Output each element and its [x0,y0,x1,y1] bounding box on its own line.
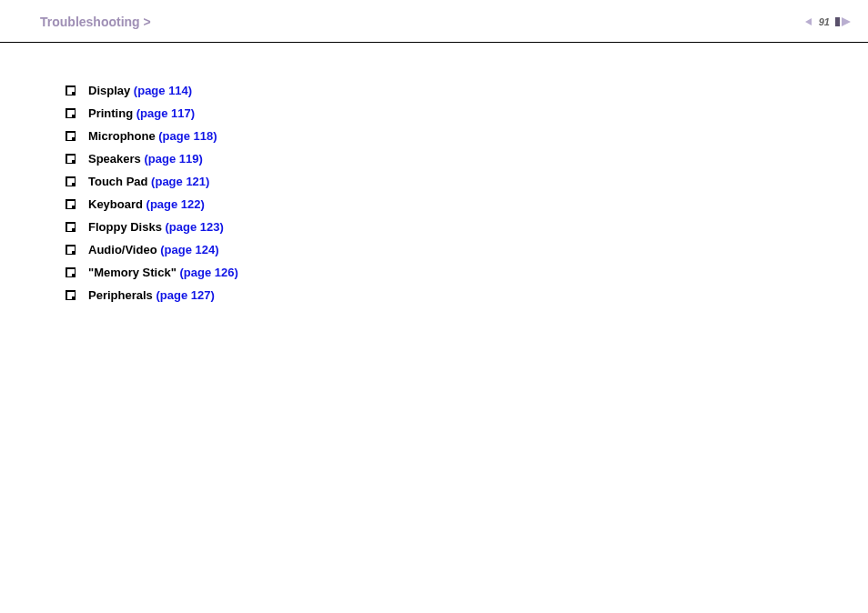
page-link[interactable]: (page 124) [160,243,218,256]
list-item: Display (page 114) [66,85,868,96]
bullet-icon [66,85,76,95]
item-label: Speakers [88,152,144,166]
bullet-icon [66,108,76,118]
list-item-text: Display (page 114) [88,85,192,96]
page-link[interactable]: (page 114) [134,84,192,97]
nav-prev-icon[interactable] [804,17,813,26]
list-item-text: Audio/Video (page 124) [88,244,219,256]
list-item-text: Keyboard (page 122) [88,198,205,210]
page-link[interactable]: (page 118) [158,129,217,143]
bullet-icon [66,267,76,277]
list-item-text: Speakers (page 119) [88,153,203,165]
list-item-text: Printing (page 117) [88,107,195,119]
bullet-icon [66,222,76,232]
page-link[interactable]: (page 123) [166,220,224,234]
list-item-text: Peripherals (page 127) [88,289,215,301]
bullet-icon [66,131,76,141]
list-item: Speakers (page 119) [66,153,868,165]
page-header: Troubleshooting > 91 [0,0,868,43]
list-item: Audio/Video (page 124) [66,244,868,256]
svg-marker-0 [805,18,812,25]
list-item: Peripherals (page 127) [66,289,868,301]
bullet-icon [66,199,76,209]
page: Troubleshooting > 91 Display (page 114) [0,0,868,613]
item-label: Floppy Disks [88,220,166,234]
list-item-text: "Memory Stick" (page 126) [88,266,238,278]
content-list: Display (page 114) Printing (page 117) M… [0,43,868,301]
page-link[interactable]: (page 121) [151,175,209,188]
bullet-icon [66,154,76,164]
nav-next-icon[interactable] [835,16,855,27]
list-item: "Memory Stick" (page 126) [66,266,868,278]
page-number: 91 [817,16,832,27]
list-item-text: Touch Pad (page 121) [88,176,209,187]
svg-marker-2 [842,17,851,26]
list-item-text: Microphone (page 118) [88,130,217,142]
list-item: Printing (page 117) [66,107,868,119]
bullet-icon [66,245,76,255]
item-label: Keyboard [88,197,146,211]
item-label: "Memory Stick" [88,266,179,279]
list-item: Touch Pad (page 121) [66,176,868,187]
breadcrumb[interactable]: Troubleshooting > [40,15,151,29]
list-item: Keyboard (page 122) [66,198,868,210]
list-item: Floppy Disks (page 123) [66,221,868,233]
item-label: Printing [88,106,136,120]
bullet-icon [66,290,76,300]
page-link[interactable]: (page 119) [144,152,202,166]
item-label: Microphone [88,129,158,143]
item-label: Touch Pad [88,175,151,188]
list-item: Microphone (page 118) [66,130,868,142]
page-link[interactable]: (page 126) [179,266,237,279]
page-link[interactable]: (page 122) [146,197,205,211]
item-label: Peripherals [88,288,156,302]
svg-rect-1 [835,17,840,26]
item-label: Display [88,84,134,97]
page-link[interactable]: (page 117) [136,106,195,120]
item-label: Audio/Video [88,243,160,256]
list-item-text: Floppy Disks (page 123) [88,221,224,233]
bullet-icon [66,176,76,186]
page-link[interactable]: (page 127) [156,288,214,302]
page-nav: 91 [804,16,855,27]
